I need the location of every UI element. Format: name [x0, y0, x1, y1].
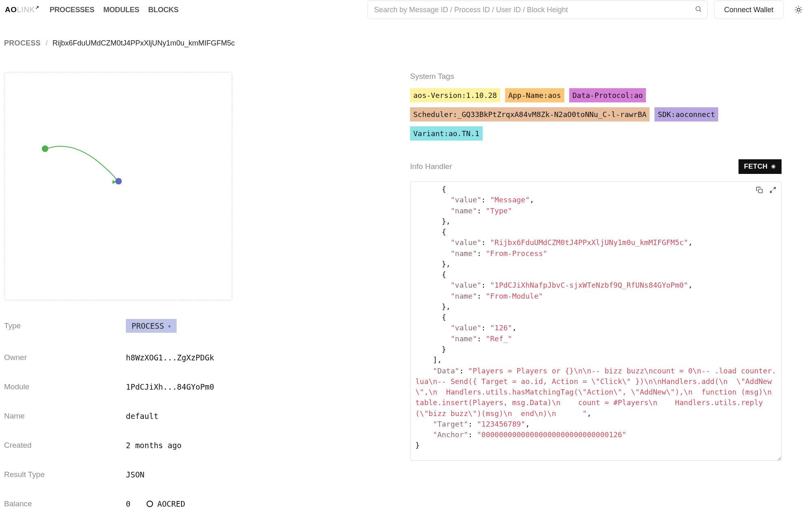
breadcrumb: PROCESS / Rijbx6FduUMdCZM0tJ4PPxXljUNy1m… [0, 20, 812, 48]
detail-type-label: Type [4, 321, 126, 330]
system-tag[interactable]: SDK:aoconnect [654, 107, 718, 121]
graph-edge [40, 144, 130, 193]
system-tag[interactable]: Scheduler:_GQ33BkPtZrqxA84vM8Zk-N2aO0toN… [410, 107, 650, 121]
svg-line-9 [796, 12, 797, 12]
copy-icon [756, 187, 763, 193]
logo-ao: AO [5, 5, 17, 14]
detail-balance-label: Balance [4, 499, 126, 508]
system-tag[interactable]: Variant:ao.TN.1 [410, 126, 483, 141]
top-header: AOLINK↗ PROCESSES MODULES BLOCKS Connect… [0, 0, 812, 20]
copy-button[interactable] [755, 186, 764, 195]
svg-line-12 [773, 187, 775, 189]
detail-created: Created 2 months ago [4, 441, 390, 450]
svg-line-13 [770, 191, 772, 193]
token-circle-icon [147, 501, 153, 507]
code-panel[interactable]: { "value": "Message", "name": "Type" }, … [410, 181, 782, 461]
detail-name-label: Name [4, 412, 126, 421]
fetch-button[interactable]: FETCH ✳ [739, 159, 782, 174]
search-icon[interactable] [695, 5, 702, 14]
info-handler-header: Info Handler FETCH ✳ [410, 159, 782, 174]
breadcrumb-process-id: Rijbx6FduUMdCZM0tJ4PPxXljUNy1m0u_kmMIFGF… [52, 39, 235, 48]
code-scroll[interactable]: { "value": "Message", "name": "Type" }, … [415, 184, 776, 455]
detail-module-value[interactable]: 1PdCJiXh...84GYoPm0 [126, 382, 214, 391]
main-nav: PROCESSES MODULES BLOCKS [50, 6, 179, 14]
breadcrumb-separator: / [45, 39, 48, 48]
nav-processes[interactable]: PROCESSES [50, 6, 94, 14]
detail-created-value: 2 months ago [126, 441, 181, 450]
graph-node-target[interactable] [115, 178, 122, 184]
expand-button[interactable] [769, 186, 777, 195]
nav-modules[interactable]: MODULES [103, 6, 139, 14]
detail-balance: Balance 0 AOCRED [4, 499, 390, 508]
token-symbol: AOCRED [157, 499, 185, 508]
info-handler-title: Info Handler [410, 162, 452, 171]
sun-icon [794, 5, 803, 14]
detail-type: Type PROCESS ◆ [4, 319, 390, 333]
code-toolbar [755, 186, 777, 195]
system-tag[interactable]: aos-Version:1.10.28 [410, 88, 500, 102]
system-tag[interactable]: Data-Protocol:ao [569, 88, 646, 102]
svg-line-10 [801, 7, 801, 8]
connect-wallet-button[interactable]: Connect Wallet [714, 0, 784, 19]
svg-point-2 [797, 8, 800, 11]
detail-created-label: Created [4, 441, 126, 450]
details-list: Type PROCESS ◆ Owner h8WzXOG1...ZgXzPDGk… [4, 319, 390, 508]
logo-arrow-icon: ↗ [35, 5, 39, 10]
breadcrumb-process[interactable]: PROCESS [4, 39, 41, 48]
theme-toggle-button[interactable] [790, 1, 807, 18]
search-input[interactable] [367, 0, 708, 19]
system-tag[interactable]: App-Name:aos [505, 88, 564, 102]
expand-icon [769, 187, 776, 193]
system-tags-title: System Tags [410, 72, 782, 81]
detail-owner-value[interactable]: h8WzXOG1...ZgXzPDGk [126, 353, 214, 362]
detail-balance-value: 0 [126, 499, 130, 508]
right-column: System Tags aos-Version:1.10.28App-Name:… [410, 72, 782, 508]
detail-module: Module 1PdCJiXh...84GYoPm0 [4, 382, 390, 391]
code-content: { "value": "Message", "name": "Type" }, … [415, 184, 776, 451]
detail-result-type: Result Type JSON [4, 470, 390, 479]
svg-line-5 [796, 7, 797, 8]
left-column: ▶ Type PROCESS ◆ Owner h8WzXOG1...ZgXzPD… [4, 72, 390, 508]
detail-owner: Owner h8WzXOG1...ZgXzPDGk [4, 353, 390, 362]
detail-result-type-label: Result Type [4, 470, 126, 479]
sparkle-icon: ✳ [771, 163, 776, 170]
process-type-badge[interactable]: PROCESS ◆ [126, 319, 177, 333]
detail-module-label: Module [4, 382, 126, 391]
svg-rect-11 [758, 189, 762, 193]
svg-point-0 [696, 7, 700, 11]
nav-blocks[interactable]: BLOCKS [148, 6, 179, 14]
logo[interactable]: AOLINK↗ [5, 5, 39, 14]
detail-name: Name default [4, 412, 390, 421]
diamond-icon: ◆ [168, 323, 171, 329]
process-type-text: PROCESS [132, 321, 164, 330]
main-content: ▶ Type PROCESS ◆ Owner h8WzXOG1...ZgXzPD… [0, 48, 812, 508]
fetch-label: FETCH [744, 163, 768, 171]
logo-link-text: LINK [17, 5, 35, 14]
detail-name-value: default [126, 412, 158, 421]
system-tags-list: aos-Version:1.10.28App-Name:aosData-Prot… [410, 88, 782, 141]
detail-result-type-value: JSON [126, 470, 145, 479]
balance-token[interactable]: AOCRED [147, 499, 185, 508]
detail-owner-label: Owner [4, 353, 126, 362]
svg-line-6 [801, 12, 801, 12]
search-container [367, 0, 708, 19]
graph-node-source[interactable] [42, 145, 48, 152]
svg-line-1 [700, 10, 701, 11]
graph-panel[interactable]: ▶ [4, 72, 232, 300]
